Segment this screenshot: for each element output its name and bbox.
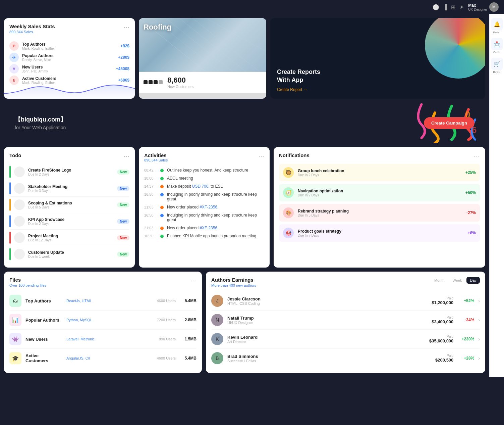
deposit-link[interactable]: USD 700. [192, 184, 210, 189]
stat-top-authors: P Top Authors Mark, Rowling, Esther +82$ [9, 41, 129, 51]
earnings-title: Authors Earnings [211, 277, 256, 283]
list-item: 🧭 Navigation optimization Due In 2 Days … [279, 184, 480, 201]
row-bottom: Files Over 100 pending files ⋯ 🗂 Top Aut… [4, 272, 485, 373]
user-avatar[interactable]: M [489, 2, 499, 12]
filter-day[interactable]: Day [466, 277, 480, 284]
topbar: ⚪ ▐ ⊞ ☀ Max UX Designer M [0, 0, 504, 14]
weekly-sales-more-icon[interactable]: ⋯ [123, 23, 129, 31]
weekly-sales-chart [4, 79, 135, 99]
prebu-label: Prebu [493, 31, 500, 34]
brightness-icon[interactable]: ☀ [459, 4, 464, 10]
list-item: 🥘 Group lunch celebration Due In 2 Days … [279, 164, 480, 181]
top-authors-icon: P [9, 41, 19, 51]
natali-arrow-icon[interactable]: › [478, 317, 480, 323]
list-item: Project Meeting Due In 12 Days New [9, 230, 129, 246]
filter-week[interactable]: Week [449, 277, 465, 284]
create-campaign-button[interactable]: Create Campaign [424, 117, 474, 129]
order-link-1[interactable]: #XF-2356. [200, 205, 218, 209]
notif-rebrand-icon: 🎨 [283, 207, 294, 218]
row-middle: Todo ⋯ Create FireStone Logo Due In 2 Da… [4, 147, 485, 268]
list-item: Customers Update Due In 1 week New [9, 246, 129, 262]
buyn-icon: 🛒 [491, 58, 503, 70]
brad-arrow-icon[interactable]: › [478, 356, 480, 361]
list-item: Create FireStone Logo Due In 2 Days New [9, 164, 129, 180]
list-item: 21:03 New order placed #XF-2356. [144, 203, 264, 211]
sidebar-item-prebu[interactable]: 🔔 Prebu [491, 18, 503, 34]
grid-icon[interactable]: ⊞ [451, 4, 455, 10]
prebu-icon: 🔔 [491, 18, 503, 30]
new-customers-section: 8,600 New Customers [139, 72, 266, 93]
notif-goals-icon: 🎯 [283, 228, 294, 238]
list-item: 10:00 AEOL meeting [144, 174, 264, 182]
activities-more-icon[interactable]: ⋯ [258, 152, 264, 160]
new-users-file-icon: 👾 [9, 333, 21, 345]
todo-title: Todo [9, 152, 21, 158]
list-item: 16:50 Indulging in poorly driving and ke… [144, 211, 264, 224]
activities-subtitle: 890,344 Sales [144, 158, 168, 162]
buyn-label: Buy N [493, 70, 501, 74]
sidebar-item-buyn[interactable]: 🛒 Buy N [491, 58, 503, 74]
new-users-icon: V [9, 64, 19, 74]
list-item: 📊 Popular Authors Python, MySQL 7200 Use… [9, 311, 197, 330]
todo-more-icon[interactable]: ⋯ [123, 152, 129, 160]
sidebar-item-geth[interactable]: 📩 Get H [491, 38, 503, 54]
brad-avatar: B [211, 352, 223, 364]
svg-line-5 [192, 18, 260, 72]
list-item: Stakeholder Meeting Due In 3 Days New [9, 180, 129, 197]
stat-popular-authors: ✈ Popular Authors Randy, Steve, Mike +28… [9, 53, 129, 62]
filter-month[interactable]: Month [431, 277, 448, 284]
weekly-sales-card: Weekly Sales Stats 890,344 Sales ⋯ P Top… [4, 18, 135, 99]
create-report-link[interactable]: Create Report → [277, 87, 479, 92]
user-info: Max UX Designer M [468, 2, 499, 12]
activities-title: Activities [144, 152, 168, 158]
search-icon[interactable]: ⚪ [433, 4, 439, 10]
notifications-title: Notifications [279, 152, 310, 158]
files-list: 🗂 Top Authors ReactJs, HTML 4600 Users 5… [9, 291, 197, 368]
notif-lunch-icon: 🥘 [283, 167, 294, 178]
files-more-icon[interactable]: ⋯ [190, 277, 197, 284]
list-item: 14:37 Make deposit USD 700. to ESL [144, 182, 264, 190]
files-card: Files Over 100 pending files ⋯ 🗂 Top Aut… [4, 272, 202, 373]
order-link-2[interactable]: #XF-2356. [200, 226, 218, 230]
geth-label: Get H [493, 51, 500, 54]
popular-authors-icon: ✈ [9, 53, 19, 62]
list-item: J Jessie Clarcson HTML, CSS Coding Paid … [211, 291, 480, 311]
list-item: 08:42 Outlines keep you honest. And keep… [144, 166, 264, 174]
campaign-brand: 【biqubiqu.com】 [15, 115, 66, 124]
todo-list: Create FireStone Logo Due In 2 Days New … [9, 164, 129, 262]
svg-line-3 [166, 18, 233, 72]
notifications-more-icon[interactable]: ⋯ [474, 152, 480, 160]
list-item: 10:30 Finance KPI Mobile app launch prep… [144, 232, 264, 240]
stat-new-users: V New Users John, Pat, Jimmy +4500$ [9, 64, 129, 74]
list-item: 👾 New Users Laravel, Metronic 890 Users … [9, 330, 197, 349]
geth-icon: 📩 [491, 38, 503, 50]
list-item: 16:50 Indulging in poorly driving and ke… [144, 190, 264, 203]
user-name: Max [468, 3, 487, 8]
list-item: 🎨 Rebrand strategy planning Due In 5 Day… [279, 204, 480, 222]
top-authors-file-icon: 🗂 [9, 295, 21, 307]
campaign-row: 【biqubiqu.com】 for Your Web Application … [4, 103, 485, 143]
list-item: KPI App Showcase Due In 2 Days New [9, 213, 129, 230]
user-role: UX Designer [468, 8, 487, 11]
active-customers-file-icon: 🎓 [9, 352, 21, 364]
files-title: Files [9, 277, 46, 283]
earnings-subtitle: More than 400 new authors [211, 283, 256, 287]
authors-earnings-card: Authors Earnings More than 400 new autho… [206, 272, 485, 373]
weekly-sales-title: Weekly Sales Stats [9, 23, 55, 29]
roofing-title: Roofing [144, 23, 171, 32]
right-sidebar: 🔔 Prebu 📩 Get H 🛒 Buy N [489, 14, 504, 377]
svg-line-6 [206, 18, 266, 52]
roofing-card: Roofing 8,600 New Customers [139, 18, 266, 99]
kevin-arrow-icon[interactable]: › [478, 336, 480, 342]
files-subtitle: Over 100 pending files [9, 283, 46, 287]
customers-label: New Customers [167, 85, 193, 89]
natali-avatar: N [211, 314, 223, 326]
jessie-arrow-icon[interactable]: › [478, 298, 480, 303]
list-item: B Brad Simmons Successful Fellas Paid $2… [211, 349, 480, 368]
battery-icon: ▐ [443, 4, 447, 10]
list-item: Scoping & Estimations Due In 5 Days New [9, 197, 129, 213]
activities-list: 08:42 Outlines keep you honest. And keep… [144, 166, 264, 240]
activities-card: Activities 890,344 Sales ⋯ 08:42 Outline… [139, 147, 270, 268]
campaign-subtitle: for Your Web Application [15, 125, 66, 130]
popular-authors-file-icon: 📊 [9, 314, 21, 326]
